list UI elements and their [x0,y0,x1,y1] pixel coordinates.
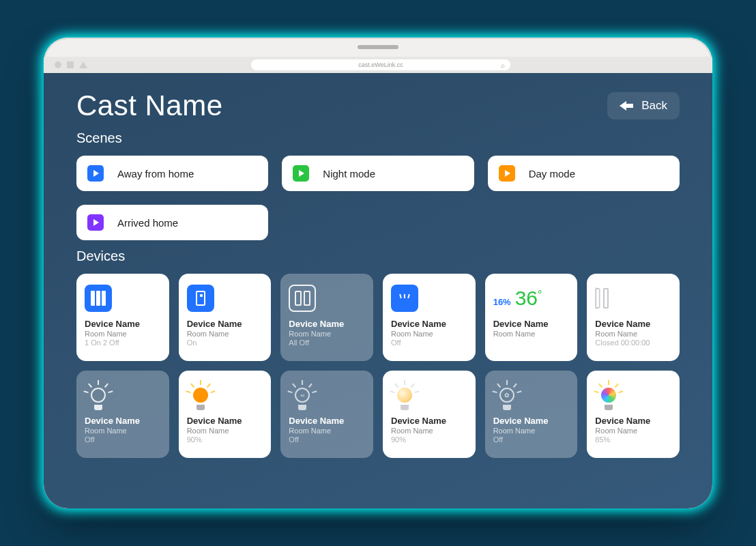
door-icon [595,288,609,308]
scene-label: Arrived home [117,217,178,229]
device-card-door-sensor[interactable]: Device Name Room Name Closed 00:00:00 [587,274,680,361]
device-status: 85% [595,435,671,444]
arrow-left-icon [620,101,635,111]
device-status: Off [85,435,161,444]
device-card-bulb[interactable]: ∞ Device Name Room Name Off [280,371,373,458]
scenes-grid: Away from home Night mode Day mode Arriv… [76,156,680,240]
device-card-bulb[interactable]: Device Name Room Name Off [76,371,169,458]
switch-icon [187,285,214,312]
url-bar[interactable]: cast.eWeLink.cc ⌕ [251,59,510,70]
app-content: Cast Name Back Scenes Away from home Nig… [44,73,712,508]
device-card-bulb[interactable]: Device Name Room Name 90% [179,371,272,458]
temp-humidity-icon: 16% 36° [493,287,542,310]
bulb-icon [187,382,214,409]
device-card-outlet[interactable]: Device Name Room Name Off [383,274,476,361]
tablet-speaker-bar [44,38,712,57]
back-button[interactable]: Back [607,92,680,119]
scene-label: Night mode [323,168,375,179]
device-status: 90% [187,435,263,444]
device-name: Device Name [85,319,161,329]
bulb-icon [595,382,622,409]
scene-day-mode[interactable]: Day mode [488,156,680,191]
device-room: Room Name [391,427,467,435]
circle-icon [55,61,61,68]
scene-arrived-home[interactable]: Arrived home [76,205,268,240]
device-status: 90% [391,435,467,444]
scenes-heading: Scenes [76,130,680,146]
device-room: Room Name [493,427,570,435]
device-card-thermostat[interactable]: 16% 36° Device Name Room Name [485,274,578,361]
device-card-double-switch[interactable]: Device Name Room Name All Off [280,274,373,361]
devices-grid: Device Name Room Name 1 On 2 Off Device … [76,274,680,458]
device-room: Room Name [595,427,671,435]
device-status: All Off [289,339,365,347]
device-name: Device Name [187,416,263,426]
device-name: Device Name [391,319,467,329]
humidity-value: 16% [493,297,511,307]
device-room: Room Name [391,330,467,338]
triangle-icon [79,61,87,68]
play-icon [293,165,309,182]
devices-heading: Devices [76,248,680,264]
device-name: Device Name [289,319,365,329]
device-status: On [187,339,263,347]
outlet-icon [391,285,418,312]
device-card-bulb[interactable]: ∞ Device Name Room Name 90% [383,371,476,458]
scene-label: Day mode [529,168,575,179]
scene-night-mode[interactable]: Night mode [282,156,474,191]
bulb-icon: ✿ [493,382,521,409]
device-status: 1 On 2 Off [85,339,161,347]
device-name: Device Name [187,319,263,329]
page-title: Cast Name [76,89,223,122]
scene-away-from-home[interactable]: Away from home [76,156,268,191]
bulb-icon [85,382,112,409]
search-icon[interactable]: ⌕ [501,61,505,69]
device-name: Device Name [85,416,161,426]
bulb-icon: ∞ [289,382,316,409]
url-text: cast.eWeLink.cc [358,61,403,68]
back-label: Back [641,99,667,113]
device-name: Device Name [595,416,671,426]
speaker-grill [358,45,398,49]
square-icon [67,61,74,68]
browser-chrome: cast.eWeLink.cc ⌕ [44,57,712,73]
device-card-bulb[interactable]: Device Name Room Name 85% [587,371,680,458]
device-name: Device Name [493,416,570,426]
device-card-single-switch[interactable]: Device Name Room Name On [179,274,272,361]
device-name: Device Name [289,416,365,426]
temperature-value: 36 [515,287,538,309]
device-card-multi-switch[interactable]: Device Name Room Name 1 On 2 Off [76,274,169,361]
device-room: Room Name [595,330,671,338]
device-room: Room Name [85,427,161,435]
play-icon [87,214,104,231]
device-room: Room Name [187,427,263,435]
device-room: Room Name [289,427,365,435]
device-name: Device Name [391,416,467,426]
device-card-bulb[interactable]: ✿ Device Name Room Name Off [485,371,578,458]
device-status: Closed 00:00:00 [595,339,671,347]
scene-label: Away from home [117,168,194,179]
device-room: Room Name [493,330,570,338]
device-status: Off [493,435,570,444]
window-shape-icons [55,61,87,68]
double-switch-icon [289,285,316,312]
device-room: Room Name [187,330,263,338]
device-status: Off [289,435,365,444]
play-icon [499,165,515,182]
device-room: Room Name [85,330,161,338]
device-status: Off [391,339,467,347]
bulb-icon: ∞ [391,382,418,409]
device-name: Device Name [595,319,671,329]
device-room: Room Name [289,330,365,338]
tablet-frame: cast.eWeLink.cc ⌕ Cast Name Back Scenes … [44,38,712,508]
device-name: Device Name [493,319,570,329]
multi-switch-icon [85,285,112,312]
play-icon [87,165,104,182]
